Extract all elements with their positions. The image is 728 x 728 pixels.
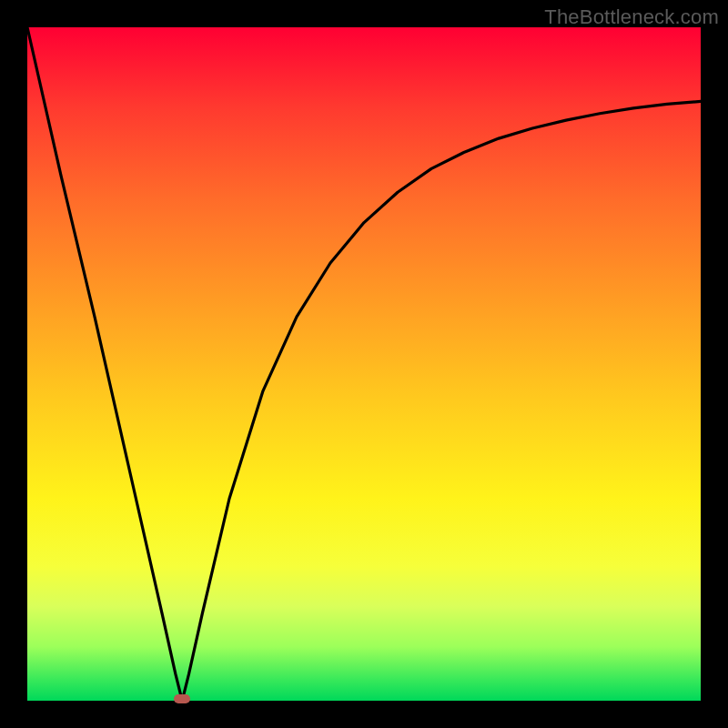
watermark-text: TheBottleneck.com: [544, 5, 719, 29]
chart-frame: TheBottleneck.com: [0, 0, 728, 728]
bottleneck-curve: [27, 27, 701, 701]
plot-area: [27, 27, 701, 701]
minimum-marker: [174, 694, 190, 703]
curve-path: [27, 27, 701, 701]
